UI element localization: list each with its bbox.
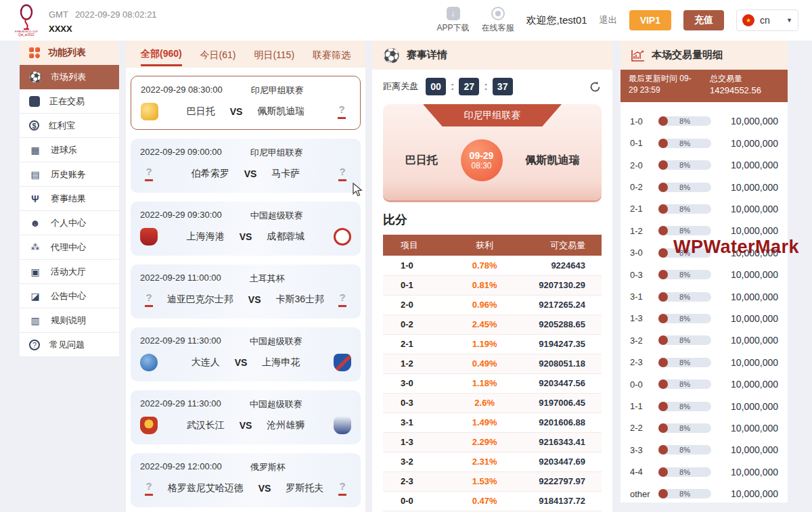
tradable-volume: 9201606.88: [520, 413, 602, 432]
home-team-name: 上海海港: [187, 231, 225, 243]
match-time: 2022-09-29 11:00:00: [140, 273, 221, 285]
sidebar-item-icon: [29, 168, 41, 181]
score-row[interactable]: 1-3 2.29% 9216343.41: [383, 432, 602, 452]
volume-row-label: 1-3: [630, 313, 658, 323]
score-row[interactable]: 1-0 0.78% 9224643: [383, 256, 602, 275]
sidebar-item[interactable]: 代理中心: [20, 235, 119, 260]
score-value: 1-3: [383, 432, 449, 452]
colon: :: [451, 80, 454, 93]
volume-summary-bar: 最后更新时间 09-29 23:59 总交易量 14294552.56: [621, 70, 788, 102]
app-download-button[interactable]: ↓ APP下载: [437, 7, 470, 34]
score-row[interactable]: 3-2 2.31% 9203447.69: [383, 452, 602, 471]
watermark: WPWaterMark: [673, 237, 799, 258]
volume-percent: 8%: [658, 489, 711, 498]
tradable-volume: 9222797.97: [520, 471, 602, 491]
sidebar-item-label: 红利宝: [49, 120, 75, 132]
match-card[interactable]: 2022-09-29 09:30:00 中国超级联赛 上海海港 VS 成都蓉城: [131, 202, 361, 256]
sidebar-item[interactable]: 常见问题: [20, 333, 119, 357]
score-value: 0-0: [383, 491, 449, 511]
volume-progress-bar: 8%: [658, 139, 711, 148]
away-team-logo: [334, 354, 351, 371]
score-value: 0-1: [383, 275, 449, 295]
score-row[interactable]: 2-3 1.53% 9222797.97: [383, 471, 602, 491]
match-card[interactable]: 2022-09-29 08:30:00 印尼甲组联赛 巴日托 VS 佩斯凯迪瑞: [131, 76, 361, 130]
score-row[interactable]: 0-1 0.81% 9207130.29: [383, 275, 602, 295]
banner-away-team: 佩斯凯迪瑞: [526, 154, 580, 168]
sidebar-item[interactable]: 公告中心: [20, 284, 119, 308]
sidebar-item[interactable]: 正在交易: [20, 89, 119, 114]
sidebar-item[interactable]: 市场列表: [20, 65, 119, 89]
sidebar-item-label: 规则说明: [51, 315, 86, 327]
sidebar-item-label: 进球乐: [51, 144, 77, 156]
tradable-volume: 9207130.29: [520, 275, 602, 295]
online-service-button[interactable]: 在线客服: [482, 7, 514, 34]
match-tab[interactable]: 全部(960): [141, 42, 182, 66]
volume-row-value: 10,000,000: [719, 269, 778, 280]
language-select[interactable]: ★ cn ▼: [736, 9, 798, 31]
volume-row-label: 1-2: [630, 226, 658, 236]
countdown-seconds: 37: [493, 78, 513, 95]
score-row[interactable]: 3-0 1.18% 9203447.56: [383, 373, 602, 393]
volume-progress-bar: 8%: [658, 489, 711, 498]
home-team-logo: [140, 417, 158, 434]
sidebar-item[interactable]: 赛事结果: [20, 187, 119, 211]
match-card[interactable]: 2022-09-29 11:30:00 中国超级联赛 大连人 VS 上海申花: [131, 327, 361, 381]
volume-percent: 8%: [658, 160, 711, 170]
volume-percent: 8%: [658, 445, 711, 455]
sidebar-item[interactable]: 活动大厅: [20, 260, 119, 284]
match-time: 2022-09-29 11:30:00: [140, 335, 221, 348]
sidebar-item-icon: [29, 96, 40, 107]
countdown-minutes: 27: [459, 78, 479, 95]
recharge-button[interactable]: 充值: [683, 10, 724, 30]
gmt-datetime: 2022-09-29 08:02:21: [75, 9, 157, 20]
score-row[interactable]: 0-0 0.47% 9184137.72: [383, 491, 602, 511]
score-row[interactable]: 0-3 2.6% 9197006.45: [383, 393, 602, 413]
sidebar-item-icon: [29, 193, 41, 205]
home-team-name: 迪亚巴克尔士邦: [167, 294, 233, 306]
match-tab[interactable]: 联赛筛选: [313, 43, 351, 66]
score-section-title: 比分: [383, 212, 602, 228]
volume-row-label: 0-0: [630, 379, 658, 390]
score-row[interactable]: 1-2 0.49% 9208051.18: [383, 354, 602, 373]
match-tabs: 全部(960) 今日(61) 明日(115) 联赛筛选: [126, 41, 365, 68]
logout-link[interactable]: 退出: [600, 14, 617, 26]
match-card[interactable]: 2022-09-29 11:00:00 土耳其杯 迪亚巴克尔士邦 VS 卡斯36…: [131, 264, 361, 319]
sidebar-item-icon: [29, 315, 41, 327]
volume-percent: 8%: [658, 292, 711, 302]
volume-progress-bar: 8%: [658, 116, 711, 126]
sidebar-item-icon: [29, 290, 41, 302]
score-row[interactable]: 2-0 0.96% 9217265.24: [383, 295, 602, 315]
badge-time: 08:30: [471, 161, 491, 170]
score-row[interactable]: 3-1 1.49% 9201606.88: [383, 413, 602, 432]
vs-label: VS: [258, 483, 271, 494]
sidebar-item[interactable]: 个人中心: [20, 211, 119, 235]
top-header: FIFA WORLD CUP Qat_ar2022 GMT 2022-09-29…: [0, 0, 812, 41]
sidebar-item[interactable]: 规则说明: [20, 308, 119, 333]
home-team-name: 巴日托: [187, 106, 215, 118]
score-value: 1-0: [383, 256, 449, 275]
away-team-logo: [334, 417, 351, 434]
match-card[interactable]: 2022-09-29 11:30:00 中国超级联赛 武汉长江 VS 沧州雄狮: [131, 390, 361, 444]
refresh-button[interactable]: [589, 80, 602, 93]
score-row[interactable]: 2-1 1.19% 9194247.35: [383, 334, 602, 354]
match-tab[interactable]: 明日(115): [254, 43, 294, 66]
vip-badge-button[interactable]: VIP1: [629, 10, 671, 30]
banner-home-team: 巴日托: [405, 154, 438, 168]
sidebar-item-icon: [29, 217, 41, 229]
sidebar-item[interactable]: 历史账务: [20, 162, 119, 187]
away-team-name: 沧州雄狮: [267, 419, 304, 432]
match-card[interactable]: 2022-09-29 12:00:00 俄罗斯杯 格罗兹尼艾哈迈德 VS 罗斯托…: [131, 453, 361, 507]
vs-label: VS: [240, 420, 252, 431]
sidebar-item[interactable]: 红利宝: [20, 114, 119, 138]
sidebar-item[interactable]: 进球乐: [20, 138, 119, 162]
volume-row-value: 10,000,000: [719, 488, 778, 499]
volume-row-label: 3-2: [630, 335, 658, 346]
volume-progress-bar: 8%: [658, 379, 711, 389]
home-team-name: 大连人: [191, 356, 220, 369]
match-tab[interactable]: 今日(61): [200, 43, 236, 66]
match-card[interactable]: 2022-09-29 09:00:00 印尼甲组联赛 伯希索罗 VS 马卡萨: [131, 139, 361, 193]
away-team-logo: [334, 291, 351, 308]
col-volume: 可交易量: [520, 235, 602, 256]
score-row[interactable]: 0-2 2.45% 9205288.65: [383, 315, 602, 334]
score-value: 0-3: [383, 393, 449, 413]
